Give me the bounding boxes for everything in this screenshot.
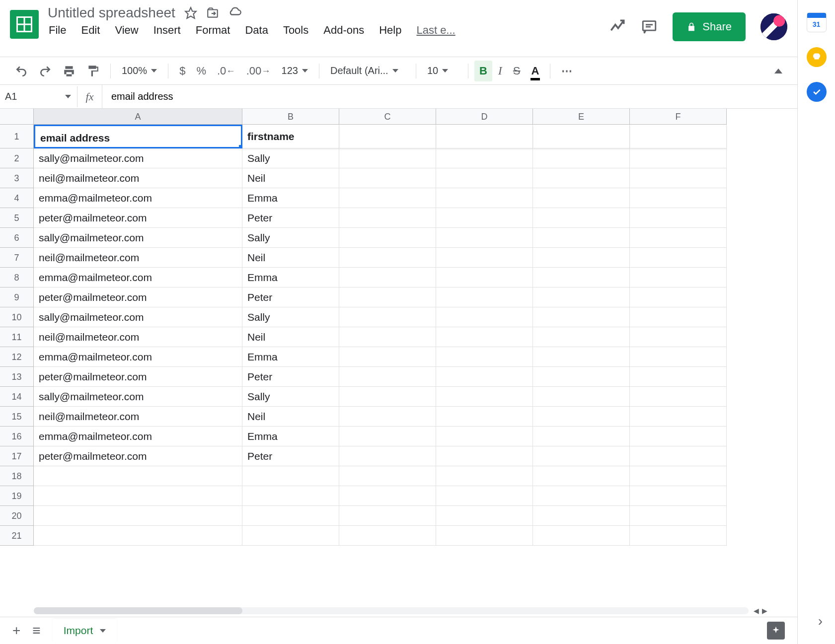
cell[interactable] [339,367,436,387]
row-header[interactable]: 5 [0,208,34,228]
cell[interactable] [533,228,630,248]
cell[interactable]: Emma [242,427,339,446]
cell[interactable] [436,367,533,387]
cell[interactable] [34,486,242,506]
cell[interactable] [630,486,727,506]
percent-button[interactable]: % [191,61,211,81]
account-avatar[interactable] [760,13,787,40]
row-header[interactable]: 19 [0,486,34,506]
cell[interactable] [533,248,630,268]
cell[interactable] [34,466,242,486]
cloud-status-icon[interactable] [228,6,242,20]
cell[interactable] [630,208,727,228]
cell[interactable]: peter@mailmeteor.com [34,446,242,466]
cell[interactable] [533,367,630,387]
row-header[interactable]: 8 [0,268,34,287]
cell[interactable]: Sally [242,387,339,407]
calendar-addon-icon[interactable]: 31 [807,12,827,32]
column-header[interactable]: A [34,109,242,125]
sheets-logo[interactable] [10,10,39,39]
zoom-selector[interactable]: 100% [117,65,162,76]
font-selector[interactable]: Default (Ari... [325,65,410,76]
row-header[interactable]: 13 [0,367,34,387]
add-sheet-button[interactable]: + [12,623,20,639]
name-box[interactable]: A1 [0,91,77,102]
font-size-selector[interactable]: 10 [422,65,462,76]
cell[interactable] [630,188,727,208]
cell[interactable] [533,327,630,347]
cell[interactable] [533,526,630,546]
print-button[interactable] [58,61,80,81]
bold-button[interactable]: B [474,61,492,81]
more-toolbar-button[interactable]: ⋯ [556,61,579,81]
cell[interactable] [339,407,436,427]
cell[interactable]: neil@mailmeteor.com [34,327,242,347]
row-header[interactable]: 16 [0,427,34,446]
cell[interactable] [436,446,533,466]
redo-button[interactable] [34,61,57,81]
cell[interactable] [533,125,630,148]
cell[interactable] [630,466,727,486]
cell[interactable] [436,188,533,208]
cell[interactable] [339,387,436,407]
cell[interactable] [533,446,630,466]
cell[interactable] [436,506,533,526]
cell[interactable] [242,466,339,486]
row-header[interactable]: 6 [0,228,34,248]
cell[interactable] [436,327,533,347]
cell[interactable]: neil@mailmeteor.com [34,168,242,188]
cell[interactable]: Peter [242,446,339,466]
cell[interactable] [533,466,630,486]
cell[interactable]: Sally [242,307,339,327]
currency-button[interactable]: $ [174,61,190,81]
cell[interactable]: emma@mailmeteor.com [34,188,242,208]
cell[interactable] [436,427,533,446]
cell[interactable]: Sally [242,148,339,168]
cell[interactable] [339,268,436,287]
cell[interactable] [242,486,339,506]
cell[interactable] [339,506,436,526]
cell[interactable]: Neil [242,168,339,188]
activity-icon[interactable] [609,18,626,35]
formula-input[interactable] [102,85,797,108]
column-header[interactable]: B [242,109,339,125]
menu-help[interactable]: Help [379,24,401,37]
cell[interactable] [34,526,242,546]
last-edit-link[interactable]: Last e... [416,24,455,37]
cell[interactable] [436,466,533,486]
cell[interactable] [630,506,727,526]
row-header[interactable]: 17 [0,446,34,466]
cell[interactable]: neil@mailmeteor.com [34,407,242,427]
cell[interactable] [533,347,630,367]
cell[interactable] [436,168,533,188]
move-icon[interactable] [206,6,219,19]
spreadsheet-grid[interactable]: ABCDEF1email addressfirstname2sally@mail… [0,109,797,605]
cell[interactable]: Emma [242,347,339,367]
menu-view[interactable]: View [115,24,138,37]
cell[interactable]: Neil [242,248,339,268]
cell[interactable] [339,168,436,188]
column-header[interactable]: D [436,109,533,125]
select-all-corner[interactable] [0,109,34,125]
cell[interactable] [339,248,436,268]
cell[interactable] [533,208,630,228]
cell[interactable] [339,188,436,208]
cell[interactable]: neil@mailmeteor.com [34,248,242,268]
column-header[interactable]: F [630,109,727,125]
row-header[interactable]: 2 [0,148,34,168]
cell[interactable] [533,486,630,506]
cell[interactable]: emma@mailmeteor.com [34,347,242,367]
show-side-panel-button[interactable]: › [818,613,823,629]
cell[interactable] [533,387,630,407]
cell[interactable] [436,148,533,168]
row-header[interactable]: 7 [0,248,34,268]
row-header[interactable]: 18 [0,466,34,486]
cell[interactable] [533,506,630,526]
cell[interactable] [533,168,630,188]
column-header[interactable]: C [339,109,436,125]
cell[interactable]: Sally [242,228,339,248]
cell[interactable] [436,248,533,268]
cell[interactable]: email address [34,125,242,148]
cell[interactable] [630,307,727,327]
strikethrough-button[interactable]: S [508,61,526,81]
